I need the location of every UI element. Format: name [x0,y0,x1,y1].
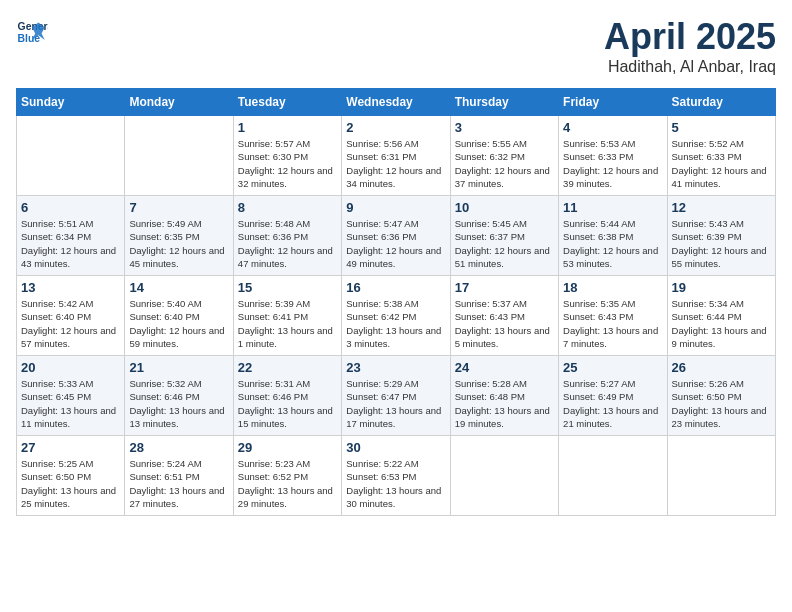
calendar-cell: 12Sunrise: 5:43 AMSunset: 6:39 PMDayligh… [667,196,775,276]
day-info: Sunrise: 5:34 AMSunset: 6:44 PMDaylight:… [672,297,771,350]
day-number: 11 [563,200,662,215]
calendar-header: SundayMondayTuesdayWednesdayThursdayFrid… [17,89,776,116]
day-number: 28 [129,440,228,455]
day-info: Sunrise: 5:22 AMSunset: 6:53 PMDaylight:… [346,457,445,510]
calendar-cell: 26Sunrise: 5:26 AMSunset: 6:50 PMDayligh… [667,356,775,436]
calendar-cell: 24Sunrise: 5:28 AMSunset: 6:48 PMDayligh… [450,356,558,436]
calendar-cell: 23Sunrise: 5:29 AMSunset: 6:47 PMDayligh… [342,356,450,436]
day-number: 3 [455,120,554,135]
calendar-cell: 21Sunrise: 5:32 AMSunset: 6:46 PMDayligh… [125,356,233,436]
day-number: 19 [672,280,771,295]
calendar-cell: 29Sunrise: 5:23 AMSunset: 6:52 PMDayligh… [233,436,341,516]
calendar-cell: 22Sunrise: 5:31 AMSunset: 6:46 PMDayligh… [233,356,341,436]
calendar-cell [559,436,667,516]
day-number: 6 [21,200,120,215]
col-header-friday: Friday [559,89,667,116]
calendar-cell: 30Sunrise: 5:22 AMSunset: 6:53 PMDayligh… [342,436,450,516]
day-info: Sunrise: 5:56 AMSunset: 6:31 PMDaylight:… [346,137,445,190]
col-header-tuesday: Tuesday [233,89,341,116]
calendar-cell: 14Sunrise: 5:40 AMSunset: 6:40 PMDayligh… [125,276,233,356]
day-info: Sunrise: 5:24 AMSunset: 6:51 PMDaylight:… [129,457,228,510]
day-number: 20 [21,360,120,375]
day-number: 24 [455,360,554,375]
col-header-thursday: Thursday [450,89,558,116]
calendar-cell: 19Sunrise: 5:34 AMSunset: 6:44 PMDayligh… [667,276,775,356]
day-info: Sunrise: 5:53 AMSunset: 6:33 PMDaylight:… [563,137,662,190]
calendar-cell: 16Sunrise: 5:38 AMSunset: 6:42 PMDayligh… [342,276,450,356]
day-number: 7 [129,200,228,215]
calendar-cell: 1Sunrise: 5:57 AMSunset: 6:30 PMDaylight… [233,116,341,196]
calendar-cell: 15Sunrise: 5:39 AMSunset: 6:41 PMDayligh… [233,276,341,356]
day-info: Sunrise: 5:29 AMSunset: 6:47 PMDaylight:… [346,377,445,430]
day-number: 5 [672,120,771,135]
logo-icon: General Blue [16,16,48,48]
day-number: 2 [346,120,445,135]
title-area: April 2025 Hadithah, Al Anbar, Iraq [604,16,776,76]
calendar-cell: 9Sunrise: 5:47 AMSunset: 6:36 PMDaylight… [342,196,450,276]
day-info: Sunrise: 5:39 AMSunset: 6:41 PMDaylight:… [238,297,337,350]
calendar-cell: 3Sunrise: 5:55 AMSunset: 6:32 PMDaylight… [450,116,558,196]
day-number: 12 [672,200,771,215]
day-info: Sunrise: 5:40 AMSunset: 6:40 PMDaylight:… [129,297,228,350]
calendar-cell [450,436,558,516]
day-info: Sunrise: 5:26 AMSunset: 6:50 PMDaylight:… [672,377,771,430]
day-info: Sunrise: 5:43 AMSunset: 6:39 PMDaylight:… [672,217,771,270]
day-number: 29 [238,440,337,455]
calendar-cell: 11Sunrise: 5:44 AMSunset: 6:38 PMDayligh… [559,196,667,276]
calendar-cell: 18Sunrise: 5:35 AMSunset: 6:43 PMDayligh… [559,276,667,356]
calendar-cell [667,436,775,516]
day-info: Sunrise: 5:47 AMSunset: 6:36 PMDaylight:… [346,217,445,270]
calendar-cell [17,116,125,196]
calendar-cell: 5Sunrise: 5:52 AMSunset: 6:33 PMDaylight… [667,116,775,196]
day-number: 25 [563,360,662,375]
day-number: 27 [21,440,120,455]
day-number: 13 [21,280,120,295]
day-number: 16 [346,280,445,295]
calendar-cell: 4Sunrise: 5:53 AMSunset: 6:33 PMDaylight… [559,116,667,196]
day-number: 9 [346,200,445,215]
col-header-monday: Monday [125,89,233,116]
day-number: 4 [563,120,662,135]
calendar-cell: 25Sunrise: 5:27 AMSunset: 6:49 PMDayligh… [559,356,667,436]
calendar-cell [125,116,233,196]
day-info: Sunrise: 5:31 AMSunset: 6:46 PMDaylight:… [238,377,337,430]
day-info: Sunrise: 5:25 AMSunset: 6:50 PMDaylight:… [21,457,120,510]
calendar-cell: 2Sunrise: 5:56 AMSunset: 6:31 PMDaylight… [342,116,450,196]
col-header-wednesday: Wednesday [342,89,450,116]
day-number: 26 [672,360,771,375]
day-info: Sunrise: 5:49 AMSunset: 6:35 PMDaylight:… [129,217,228,270]
calendar-cell: 6Sunrise: 5:51 AMSunset: 6:34 PMDaylight… [17,196,125,276]
day-number: 17 [455,280,554,295]
month-title: April 2025 [604,16,776,58]
day-info: Sunrise: 5:48 AMSunset: 6:36 PMDaylight:… [238,217,337,270]
day-info: Sunrise: 5:27 AMSunset: 6:49 PMDaylight:… [563,377,662,430]
day-number: 23 [346,360,445,375]
day-number: 14 [129,280,228,295]
day-info: Sunrise: 5:44 AMSunset: 6:38 PMDaylight:… [563,217,662,270]
logo: General Blue [16,16,48,48]
day-info: Sunrise: 5:38 AMSunset: 6:42 PMDaylight:… [346,297,445,350]
location-title: Hadithah, Al Anbar, Iraq [604,58,776,76]
calendar-table: SundayMondayTuesdayWednesdayThursdayFrid… [16,88,776,516]
calendar-cell: 20Sunrise: 5:33 AMSunset: 6:45 PMDayligh… [17,356,125,436]
day-info: Sunrise: 5:33 AMSunset: 6:45 PMDaylight:… [21,377,120,430]
day-number: 1 [238,120,337,135]
calendar-cell: 28Sunrise: 5:24 AMSunset: 6:51 PMDayligh… [125,436,233,516]
day-number: 8 [238,200,337,215]
day-info: Sunrise: 5:28 AMSunset: 6:48 PMDaylight:… [455,377,554,430]
day-info: Sunrise: 5:55 AMSunset: 6:32 PMDaylight:… [455,137,554,190]
calendar-cell: 27Sunrise: 5:25 AMSunset: 6:50 PMDayligh… [17,436,125,516]
calendar-cell: 13Sunrise: 5:42 AMSunset: 6:40 PMDayligh… [17,276,125,356]
day-number: 30 [346,440,445,455]
day-info: Sunrise: 5:52 AMSunset: 6:33 PMDaylight:… [672,137,771,190]
col-header-saturday: Saturday [667,89,775,116]
day-number: 15 [238,280,337,295]
day-info: Sunrise: 5:37 AMSunset: 6:43 PMDaylight:… [455,297,554,350]
day-info: Sunrise: 5:35 AMSunset: 6:43 PMDaylight:… [563,297,662,350]
day-number: 10 [455,200,554,215]
col-header-sunday: Sunday [17,89,125,116]
calendar-cell: 8Sunrise: 5:48 AMSunset: 6:36 PMDaylight… [233,196,341,276]
day-number: 21 [129,360,228,375]
calendar-cell: 10Sunrise: 5:45 AMSunset: 6:37 PMDayligh… [450,196,558,276]
calendar-cell: 17Sunrise: 5:37 AMSunset: 6:43 PMDayligh… [450,276,558,356]
